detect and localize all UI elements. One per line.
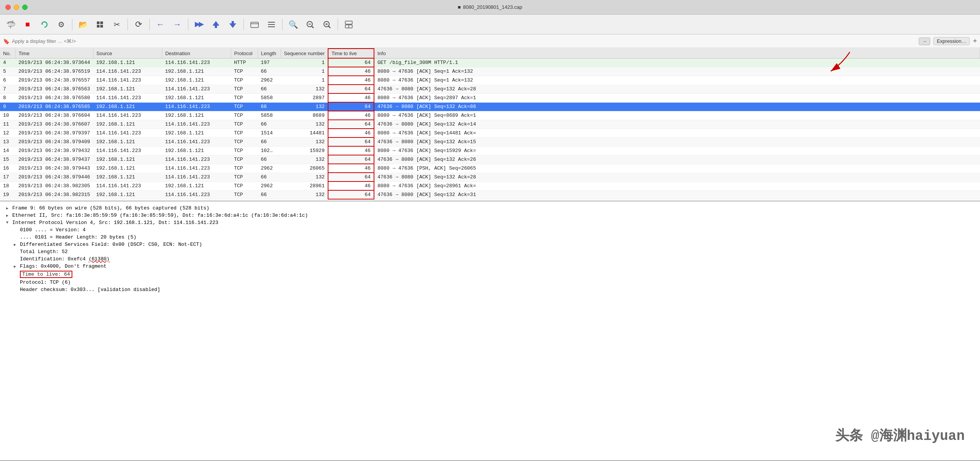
cell-proto: TCP <box>231 67 258 76</box>
table-row[interactable]: 14 2019/213 06:24:38.979432 114.116.141.… <box>0 146 980 155</box>
cell-proto: TCP <box>231 111 258 120</box>
expand-icon[interactable]: ▶ <box>6 213 11 218</box>
table-row[interactable]: 7 2019/213 06:24:38.976563 192.168.1.121… <box>0 85 980 93</box>
table-row[interactable]: 16 2019/213 06:24:38.979443 192.168.1.12… <box>0 164 980 173</box>
sep4 <box>188 19 188 30</box>
minimize-button[interactable] <box>14 5 19 10</box>
cell-seq: 15929 <box>281 146 328 155</box>
table-row[interactable]: 5 2019/213 06:24:38.976519 114.116.141.2… <box>0 67 980 76</box>
detail-text: Protocol: TCP (6) <box>20 280 71 285</box>
cell-info: 8080 → 47636 [PSH, ACK] Seq=26065 <box>374 164 980 173</box>
close-button[interactable] <box>5 5 11 10</box>
header-destination[interactable]: Destination <box>162 49 231 58</box>
filter-controls: → Expression… + <box>919 37 977 45</box>
detail-text: Total Length: 52 <box>20 249 68 255</box>
cell-ttl: 64 <box>328 173 374 181</box>
settings-button[interactable]: ⚙ <box>54 17 69 32</box>
header-length[interactable]: Length <box>258 49 281 58</box>
shark-button[interactable]: 🦈 <box>3 17 18 32</box>
table-row[interactable]: 18 2019/213 06:24:38.982305 114.116.141.… <box>0 181 980 190</box>
expand-icon[interactable]: ▶ <box>14 242 18 247</box>
go-button[interactable] <box>191 17 207 32</box>
cell-info: 8080 → 47636 [ACK] Seq=1 Ack=132 <box>374 76 980 85</box>
cell-info: 8080 → 47636 [ACK] Seq=14481 Ack= <box>374 129 980 137</box>
cell-dest: 192.168.1.121 <box>162 181 231 190</box>
cell-seq: 14481 <box>281 129 328 137</box>
cell-no: 6 <box>0 76 15 85</box>
maximize-button[interactable] <box>22 5 28 10</box>
cell-source: 114.116.141.223 <box>93 76 162 85</box>
traffic-lights[interactable] <box>5 5 28 10</box>
spacer <box>14 272 18 277</box>
header-info[interactable]: Info <box>374 49 980 58</box>
cell-proto: TCP <box>231 102 258 111</box>
down-button[interactable] <box>225 17 240 32</box>
header-source[interactable]: Source <box>93 49 162 58</box>
detail-line[interactable]: ▶Differentiated Services Field: 0x00 (DS… <box>0 241 980 248</box>
zoom-100-button[interactable] <box>319 17 335 32</box>
cell-info: 8080 → 47636 [ACK] Seq=2897 Ack=1 <box>374 93 980 102</box>
expression-button[interactable]: Expression… <box>933 37 970 45</box>
detail-line[interactable]: ▶Ethernet II, Src: fa:16:3e:85:59:59 (fa… <box>0 212 980 219</box>
detail-text: Internet Protocol Version 4, Src: 192.16… <box>12 220 218 226</box>
filter-input[interactable] <box>12 38 916 44</box>
expand-icon[interactable]: ▶ <box>6 206 11 211</box>
cell-source: 192.168.1.121 <box>93 164 162 173</box>
zoom-out-button[interactable] <box>302 17 318 32</box>
cell-source: 192.168.1.121 <box>93 85 162 93</box>
filter-apply-button[interactable]: → <box>919 38 930 45</box>
table-row[interactable]: 15 2019/213 06:24:38.979437 192.168.1.12… <box>0 155 980 164</box>
stop-button[interactable]: ■ <box>20 17 35 32</box>
spacer <box>14 257 18 262</box>
header-protocol[interactable]: Protocol <box>231 49 258 58</box>
detail-line[interactable]: ▼Internet Protocol Version 4, Src: 192.1… <box>0 219 980 226</box>
expand-icon[interactable]: ▼ <box>6 221 11 225</box>
cell-seq: 132 <box>281 173 328 181</box>
cell-source: 192.168.1.121 <box>93 102 162 111</box>
cell-length: 66 <box>258 67 281 76</box>
cell-ttl: 64 <box>328 85 374 93</box>
expand-icon[interactable]: ▶ <box>14 264 18 269</box>
table-row[interactable]: 11 2019/213 06:24:38.976607 192.168.1.12… <box>0 120 980 129</box>
cell-ttl: 64 <box>328 137 374 146</box>
folder-button[interactable]: 📂 <box>75 17 91 32</box>
cell-proto: TCP <box>231 85 258 93</box>
capture2-button[interactable] <box>264 17 279 32</box>
capture1-button[interactable] <box>247 17 262 32</box>
table-row[interactable]: 8 2019/213 06:24:38.976580 114.116.141.2… <box>0 93 980 102</box>
table-row[interactable]: 4 2019/213 06:24:38.973644 192.168.1.121… <box>0 58 980 67</box>
cell-dest: 192.168.1.121 <box>162 129 231 137</box>
grid-button[interactable] <box>92 17 108 32</box>
table-row[interactable]: 13 2019/213 06:24:38.979409 192.168.1.12… <box>0 137 980 146</box>
restart-button[interactable] <box>37 17 52 32</box>
header-sequence[interactable]: Sequence number <box>281 49 328 58</box>
layout-button[interactable] <box>341 17 356 32</box>
table-row[interactable]: 9 2019/213 06:24:38.976585 192.168.1.121… <box>0 102 980 111</box>
table-row[interactable]: 12 2019/213 06:24:38.979397 114.116.141.… <box>0 129 980 137</box>
table-row[interactable]: 6 2019/213 06:24:38.976557 114.116.141.2… <box>0 76 980 85</box>
cell-no: 15 <box>0 155 15 164</box>
cell-length: 2962 <box>258 164 281 173</box>
forward-button[interactable]: → <box>170 17 185 32</box>
filter-plus-button[interactable]: + <box>973 37 977 45</box>
detail-line[interactable]: ▶Frame 9: 66 bytes on wire (528 bits), 6… <box>0 204 980 212</box>
header-ttl[interactable]: Time to live <box>328 49 374 58</box>
packet-list[interactable]: No. Time Source Destination Protocol Len… <box>0 48 980 201</box>
cell-ttl: 64 <box>328 58 374 67</box>
svg-rect-3 <box>97 25 100 28</box>
header-time[interactable]: Time <box>15 49 93 58</box>
table-row[interactable]: 19 2019/213 06:24:38.982315 192.168.1.12… <box>0 190 980 199</box>
zoom-in-button[interactable]: 🔍 <box>286 17 301 32</box>
up-button[interactable] <box>208 17 224 32</box>
cell-time: 2019/213 06:24:38.976607 <box>15 120 93 129</box>
cell-proto: HTTP <box>231 58 258 67</box>
table-row[interactable]: 17 2019/213 06:24:38.979446 192.168.1.12… <box>0 173 980 181</box>
cell-time: 2019/213 06:24:38.976519 <box>15 67 93 76</box>
refresh-button[interactable]: ⟳ <box>131 17 146 32</box>
cell-source: 192.168.1.121 <box>93 173 162 181</box>
detail-line[interactable]: ▶Flags: 0x4000, Don't fragment <box>0 263 980 270</box>
table-row[interactable]: 10 2019/213 06:24:38.976604 114.116.141.… <box>0 111 980 120</box>
svg-line-22 <box>328 26 330 28</box>
cut-button[interactable]: ✂ <box>109 17 124 32</box>
back-button[interactable]: ← <box>153 17 168 32</box>
